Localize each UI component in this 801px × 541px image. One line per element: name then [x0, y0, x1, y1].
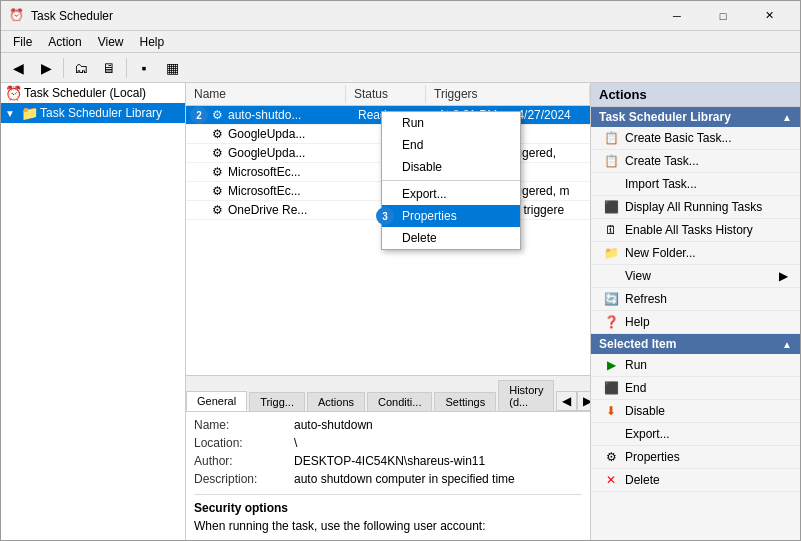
author-value: DESKTOP-4IC54KN\shareus-win11 — [294, 454, 582, 468]
toolbar: ◀ ▶ 🗂 🖥 ▪ ▦ — [1, 53, 800, 83]
security-section: Security options When running the task, … — [194, 494, 582, 533]
toolbar-separator-2 — [126, 58, 127, 78]
forward-button[interactable]: ▶ — [33, 56, 59, 80]
window-title: Task Scheduler — [31, 9, 654, 23]
toolbar-separator-1 — [63, 58, 64, 78]
menu-action[interactable]: Action — [40, 33, 89, 51]
action-create[interactable]: 📋 Create Task... — [591, 150, 800, 173]
actions-group-library[interactable]: Task Scheduler Library ▲ — [591, 107, 800, 127]
tab-actions[interactable]: Actions — [307, 392, 365, 411]
menu-file[interactable]: File — [5, 33, 40, 51]
description-label: Description: — [194, 472, 294, 486]
actions-group-selected-label: Selected Item — [599, 337, 676, 351]
new-folder-icon: 📁 — [603, 245, 619, 261]
import-icon — [603, 176, 619, 192]
view-submenu-arrow: ▶ — [779, 269, 788, 283]
ctx-properties[interactable]: 3 Properties — [382, 205, 520, 227]
ctx-separator-1 — [382, 180, 520, 181]
disable-icon: ⬇ — [603, 403, 619, 419]
action-export[interactable]: Export... — [591, 423, 800, 446]
task-icon-4: ⚙ — [210, 165, 224, 179]
scope-button[interactable]: 🖥 — [96, 56, 122, 80]
menu-view[interactable]: View — [90, 33, 132, 51]
action-new-folder[interactable]: 📁 New Folder... — [591, 242, 800, 265]
create-icon: 📋 — [603, 153, 619, 169]
action-enable-history-label: Enable All Tasks History — [625, 223, 753, 237]
run-icon: ▶ — [603, 357, 619, 373]
ctx-disable[interactable]: Disable — [382, 156, 520, 178]
tabs-row: General Trigg... Actions Conditi... Sett… — [186, 376, 590, 412]
properties-button[interactable]: ▪ — [131, 56, 157, 80]
badge-3: 3 — [376, 207, 394, 225]
actions-header: Actions — [591, 83, 800, 107]
column-status[interactable]: Status — [346, 85, 426, 103]
view-icon — [603, 268, 619, 284]
tab-conditions[interactable]: Conditi... — [367, 392, 432, 411]
actions-group-selected[interactable]: Selected Item ▲ — [591, 334, 800, 354]
tab-scroll-left[interactable]: ◀ — [556, 391, 577, 411]
column-triggers[interactable]: Triggers — [426, 85, 590, 103]
action-display-running[interactable]: ⬛ Display All Running Tasks — [591, 196, 800, 219]
action-new-folder-label: New Folder... — [625, 246, 696, 260]
folder-icon: 📁 — [21, 105, 37, 121]
actions-group-library-arrow: ▲ — [782, 112, 792, 123]
task-name-5: MicrosoftEc... — [224, 183, 354, 199]
action-import[interactable]: Import Task... — [591, 173, 800, 196]
tab-history[interactable]: History (d... — [498, 380, 554, 411]
maximize-button[interactable]: □ — [700, 1, 746, 31]
action-properties[interactable]: ⚙ Properties — [591, 446, 800, 469]
ctx-export[interactable]: Export... — [382, 183, 520, 205]
main-layout: ⏰ Task Scheduler (Local) ▼ 📁 Task Schedu… — [1, 83, 800, 541]
tree-item-root[interactable]: ⏰ Task Scheduler (Local) — [1, 83, 185, 103]
action-run-label: Run — [625, 358, 647, 372]
tab-settings[interactable]: Settings — [434, 392, 496, 411]
action-properties-label: Properties — [625, 450, 680, 464]
action-end[interactable]: ⬛ End — [591, 377, 800, 400]
action-run[interactable]: ▶ Run — [591, 354, 800, 377]
action-view[interactable]: View ▶ — [591, 265, 800, 288]
enable-history-icon: 🗓 — [603, 222, 619, 238]
task-icon-1: ⚙ — [210, 108, 224, 122]
create-basic-icon: 📋 — [603, 130, 619, 146]
close-button[interactable]: ✕ — [746, 1, 792, 31]
action-disable[interactable]: ⬇ Disable — [591, 400, 800, 423]
ctx-run[interactable]: Run — [382, 112, 520, 134]
action-delete[interactable]: ✕ Delete — [591, 469, 800, 492]
task-icon-3: ⚙ — [210, 146, 224, 160]
end-icon: ⬛ — [603, 380, 619, 396]
ctx-end[interactable]: End — [382, 134, 520, 156]
action-refresh-label: Refresh — [625, 292, 667, 306]
action-enable-history[interactable]: 🗓 Enable All Tasks History — [591, 219, 800, 242]
tree-item-library[interactable]: ▼ 📁 Task Scheduler Library — [1, 103, 185, 123]
column-name[interactable]: Name — [186, 85, 346, 103]
tab-scroll-right[interactable]: ▶ — [577, 391, 590, 411]
display-running-icon: ⬛ — [603, 199, 619, 215]
task-icon-2: ⚙ — [210, 127, 224, 141]
action-delete-label: Delete — [625, 473, 660, 487]
minimize-button[interactable]: ─ — [654, 1, 700, 31]
action-create-basic-label: Create Basic Task... — [625, 131, 732, 145]
menu-help[interactable]: Help — [132, 33, 173, 51]
ctx-delete[interactable]: Delete — [382, 227, 520, 249]
action-help-library[interactable]: ❓ Help — [591, 311, 800, 334]
actions-group-selected-arrow: ▲ — [782, 339, 792, 350]
detail-content: Name: auto-shutdown Location: \ Author: … — [186, 412, 590, 541]
right-panel: Actions Task Scheduler Library ▲ 📋 Creat… — [590, 83, 800, 541]
task-name-2: GoogleUpda... — [224, 126, 354, 142]
task-name-3: GoogleUpda... — [224, 145, 354, 161]
tab-triggers[interactable]: Trigg... — [249, 392, 305, 411]
action-display-running-label: Display All Running Tasks — [625, 200, 762, 214]
task-list-header: Name Status Triggers — [186, 83, 590, 106]
properties-icon: ⚙ — [603, 449, 619, 465]
action-create-basic[interactable]: 📋 Create Basic Task... — [591, 127, 800, 150]
context-menu: Run End Disable Export... 3 Properties D… — [381, 111, 521, 250]
view-button[interactable]: ▦ — [159, 56, 185, 80]
back-button[interactable]: ◀ — [5, 56, 31, 80]
tab-general[interactable]: General — [186, 391, 247, 411]
location-label: Location: — [194, 436, 294, 450]
show-hide-button[interactable]: 🗂 — [68, 56, 94, 80]
badge-2: 2 — [190, 106, 208, 124]
action-refresh[interactable]: 🔄 Refresh — [591, 288, 800, 311]
detail-area: General Trigg... Actions Conditi... Sett… — [186, 375, 590, 541]
location-value: \ — [294, 436, 582, 450]
